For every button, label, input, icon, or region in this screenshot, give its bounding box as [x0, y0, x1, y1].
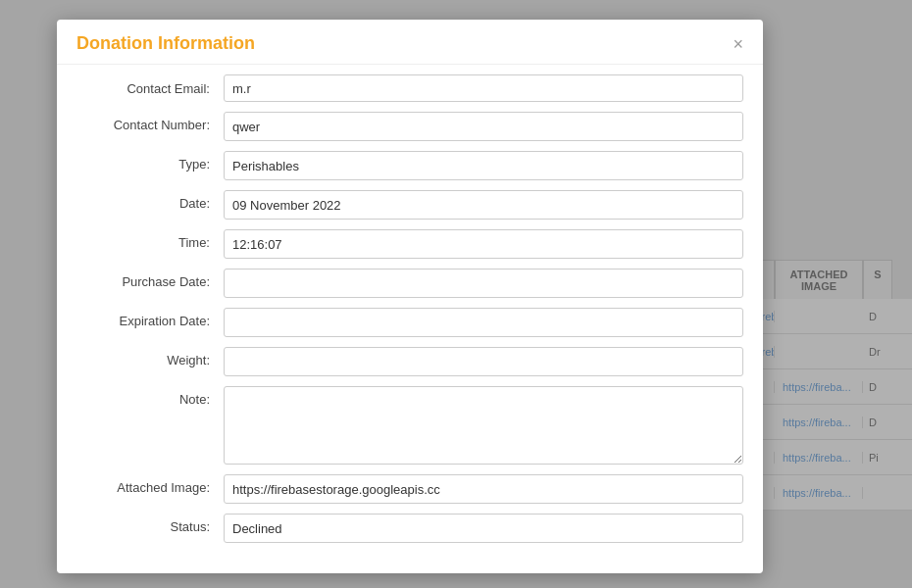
- modal-header: Donation Information ×: [57, 20, 763, 65]
- attached-image-label: Attached Image:: [76, 474, 224, 495]
- contact-email-row: Contact Email:: [76, 74, 743, 102]
- donation-info-modal: Donation Information × Contact Email: Co…: [57, 20, 763, 573]
- purchase-date-label: Purchase Date:: [76, 269, 224, 289]
- modal-close-button[interactable]: ×: [733, 35, 743, 53]
- note-input[interactable]: [224, 386, 743, 465]
- time-input[interactable]: [224, 229, 743, 259]
- weight-label: Weight:: [76, 347, 224, 368]
- attached-image-input[interactable]: [224, 474, 743, 504]
- contact-email-label: Contact Email:: [76, 81, 224, 96]
- expiration-date-label: Expiration Date:: [76, 308, 224, 328]
- note-row: Note:: [76, 386, 743, 465]
- contact-email-input[interactable]: [224, 74, 743, 102]
- contact-number-row: Contact Number:: [76, 112, 743, 141]
- contact-number-input[interactable]: [224, 112, 743, 141]
- contact-number-label: Contact Number:: [76, 112, 224, 132]
- purchase-date-input[interactable]: [224, 269, 743, 298]
- modal-title: Donation Information: [76, 33, 255, 54]
- type-row: Type:: [76, 151, 743, 180]
- weight-input[interactable]: [224, 347, 743, 376]
- date-label: Date:: [76, 190, 224, 211]
- time-row: Time:: [76, 229, 743, 259]
- expiration-date-row: Expiration Date:: [76, 308, 743, 337]
- type-input[interactable]: [224, 151, 743, 180]
- status-label: Status:: [76, 514, 224, 534]
- weight-row: Weight:: [76, 347, 743, 376]
- date-input[interactable]: [224, 190, 743, 220]
- purchase-date-row: Purchase Date:: [76, 269, 743, 298]
- status-row: Status:: [76, 514, 743, 543]
- modal-body[interactable]: Contact Email: Contact Number: Type: Dat…: [57, 65, 763, 573]
- status-input[interactable]: [224, 514, 743, 543]
- time-label: Time:: [76, 229, 224, 250]
- note-label: Note:: [76, 386, 224, 407]
- type-label: Type:: [76, 151, 224, 172]
- attached-image-row: Attached Image:: [76, 474, 743, 504]
- date-row: Date:: [76, 190, 743, 220]
- expiration-date-input[interactable]: [224, 308, 743, 337]
